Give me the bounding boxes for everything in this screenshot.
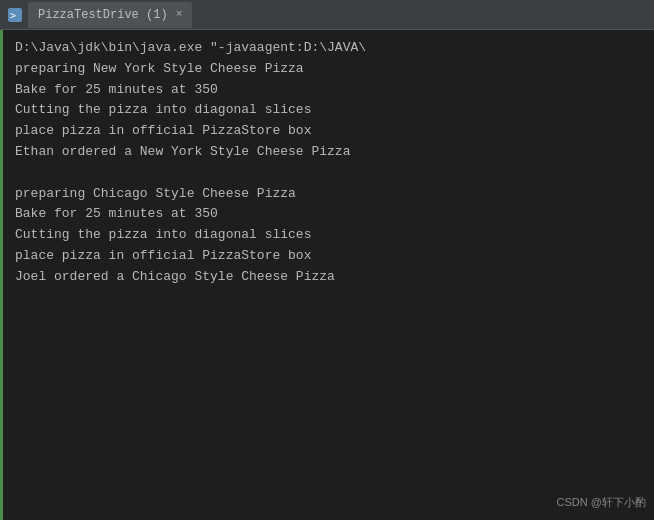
console-line: Ethan ordered a New York Style Cheese Pi… — [15, 142, 642, 163]
console-line — [15, 163, 642, 184]
tab-title: PizzaTestDrive (1) — [38, 8, 168, 22]
console-line: Joel ordered a Chicago Style Cheese Pizz… — [15, 267, 642, 288]
console-line: Cutting the pizza into diagonal slices — [15, 225, 642, 246]
window-icon: > — [8, 8, 22, 22]
window-tab[interactable]: PizzaTestDrive (1) × — [28, 2, 192, 28]
tab-close-icon[interactable]: × — [176, 9, 183, 20]
console-area: D:\Java\jdk\bin\java.exe "-javaagent:D:\… — [0, 30, 654, 520]
console-line: place pizza in official PizzaStore box — [15, 121, 642, 142]
console-line: place pizza in official PizzaStore box — [15, 246, 642, 267]
console-line: preparing Chicago Style Cheese Pizza — [15, 184, 642, 205]
console-line: Bake for 25 minutes at 350 — [15, 80, 642, 101]
svg-text:>: > — [10, 10, 16, 21]
console-line: preparing New York Style Cheese Pizza — [15, 59, 642, 80]
watermark: CSDN @轩下小酌 — [557, 495, 646, 510]
window-titlebar: > PizzaTestDrive (1) × — [0, 0, 654, 30]
console-line: Cutting the pizza into diagonal slices — [15, 100, 642, 121]
console-line: Bake for 25 minutes at 350 — [15, 204, 642, 225]
console-line: D:\Java\jdk\bin\java.exe "-javaagent:D:\… — [15, 38, 642, 59]
